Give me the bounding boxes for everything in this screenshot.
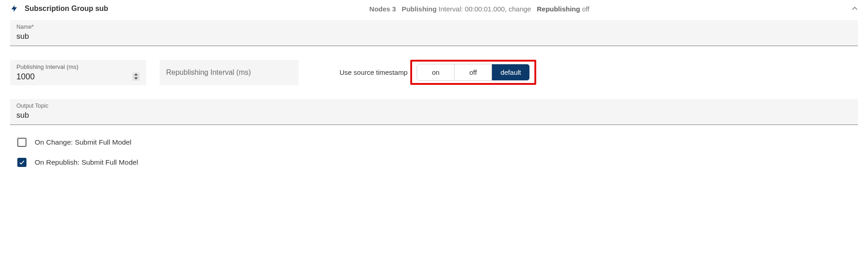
timestamp-option-default[interactable]: default: [492, 64, 529, 80]
lightning-icon: [10, 4, 18, 14]
status-nodes-count: 3: [392, 5, 396, 13]
status-publishing-label: Publishing: [402, 5, 437, 13]
on-republish-label: On Republish: Submit Full Model: [35, 158, 138, 166]
republishing-interval-placeholder: Republishing Interval (ms): [166, 68, 251, 77]
spinner-up-icon[interactable]: [132, 73, 140, 77]
output-topic-field[interactable]: Output Topic sub: [10, 99, 858, 125]
svg-marker-0: [134, 73, 138, 76]
publishing-interval-label: Publishing Interval (ms): [16, 63, 140, 70]
status-republishing-value: off: [582, 5, 589, 13]
timestamp-toggle-group: on off default: [417, 64, 530, 81]
timestamp-highlight-box: on off default: [410, 60, 536, 85]
collapse-toggle[interactable]: [851, 5, 859, 13]
spinner-down-icon[interactable]: [132, 77, 140, 81]
output-topic-value: sub: [16, 110, 852, 121]
status-nodes-label: Nodes: [369, 5, 390, 13]
interval-row: Publishing Interval (ms) 1000 Republishi…: [10, 60, 858, 85]
name-value: sub: [16, 31, 852, 42]
name-field[interactable]: Name* sub: [10, 20, 858, 46]
on-change-checkbox-row: On Change: Submit Full Model: [10, 138, 858, 147]
on-republish-checkbox[interactable]: [17, 158, 26, 167]
timestamp-option-off[interactable]: off: [455, 64, 492, 80]
panel-header: Subscription Group sub Nodes 3 Publishin…: [9, 0, 859, 20]
timestamp-option-on[interactable]: on: [417, 64, 455, 80]
status-interval-text: Interval: 00:00:01.000, change: [439, 5, 531, 13]
timestamp-group: Use source timestamp on off default: [340, 60, 536, 85]
publishing-interval-field[interactable]: Publishing Interval (ms) 1000: [10, 60, 146, 85]
panel-status: Nodes 3 Publishing Interval: 00:00:01.00…: [115, 5, 844, 13]
panel-title: Subscription Group sub: [25, 5, 108, 13]
form-area: Name* sub Publishing Interval (ms) 1000 …: [9, 20, 859, 167]
svg-marker-1: [134, 78, 138, 80]
publishing-interval-spinner: [132, 73, 140, 81]
on-change-label: On Change: Submit Full Model: [35, 138, 131, 146]
status-republishing-label: Republishing: [537, 5, 580, 13]
on-republish-checkbox-row: On Republish: Submit Full Model: [10, 158, 858, 167]
timestamp-label: Use source timestamp: [340, 68, 408, 76]
output-topic-label: Output Topic: [16, 103, 852, 109]
on-change-checkbox[interactable]: [17, 138, 26, 147]
name-label: Name*: [16, 24, 852, 30]
republishing-interval-field[interactable]: Republishing Interval (ms): [160, 60, 298, 85]
publishing-interval-value: 1000: [16, 72, 140, 82]
